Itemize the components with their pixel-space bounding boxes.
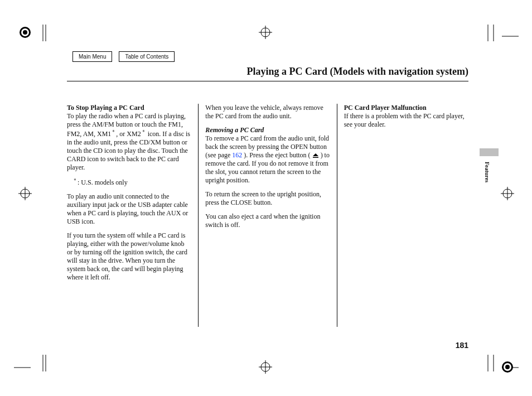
heading-malfunction: PC Card Player Malfunction — [344, 104, 427, 112]
section-heading: To Stop Playing a PC Card To play the ra… — [67, 104, 191, 172]
eject-icon — [312, 151, 319, 159]
svg-marker-31 — [313, 153, 318, 156]
table-of-contents-button[interactable]: Table of Contents — [119, 51, 175, 62]
body-text: , or XM2 — [116, 130, 141, 138]
body-text: To return the screen to the upright posi… — [205, 190, 330, 207]
page-reference-link[interactable]: 162 — [232, 151, 242, 159]
crop-mark-top-right — [485, 25, 502, 44]
registration-mark-icon — [259, 360, 272, 374]
section-malfunction: PC Card Player Malfunction If there is a… — [344, 104, 468, 129]
column-2: When you leave the vehicle, always remov… — [198, 104, 336, 327]
body-text: ). Press the eject button ( — [242, 151, 312, 159]
side-tab-label: Features — [484, 162, 490, 182]
section-removing: Removing a PC Card To remove a PC card f… — [205, 126, 330, 185]
asterisk-icon: ＊ — [72, 177, 78, 183]
heading-removing-card: Removing a PC Card — [205, 126, 264, 134]
crop-line-tr — [502, 31, 519, 41]
body-text: If there is a problem with the PC card p… — [344, 112, 465, 128]
registration-mark-icon — [18, 26, 32, 39]
nav-bar: Main Menu Table of Contents — [72, 51, 175, 62]
registration-mark-icon — [501, 360, 514, 374]
page-title: Playing a PC Card (Models with navigatio… — [67, 66, 468, 81]
column-3: PC Card Player Malfunction If there is a… — [337, 104, 468, 327]
side-tab-block — [480, 148, 499, 156]
asterisk-icon: ＊ — [141, 129, 146, 134]
crop-mark-bottom-right — [485, 355, 502, 374]
crop-line-bl — [14, 363, 31, 373]
body-text: You can also eject a card when the ignit… — [205, 213, 330, 229]
body-text: If you turn the system off while a PC ca… — [67, 231, 191, 282]
body-text: To play an audio unit connected to the a… — [67, 192, 191, 226]
footnote-us-models: ＊: U.S. models only — [72, 177, 191, 187]
body-text: When you leave the vehicle, always remov… — [205, 104, 330, 120]
page-number: 181 — [456, 341, 468, 350]
svg-point-15 — [23, 30, 27, 35]
registration-mark-icon — [18, 187, 32, 200]
crop-mark-bottom-left-2 — [40, 355, 51, 374]
asterisk-icon: ＊ — [111, 129, 116, 134]
footnote-text: : U.S. models only — [78, 178, 128, 186]
svg-rect-32 — [313, 157, 318, 158]
svg-point-30 — [505, 365, 510, 369]
main-menu-button[interactable]: Main Menu — [72, 51, 112, 62]
column-1: To Stop Playing a PC Card To play the ra… — [67, 104, 198, 327]
registration-mark-icon — [259, 26, 272, 39]
registration-mark-icon — [501, 187, 514, 200]
heading-stop-playing: To Stop Playing a PC Card — [67, 104, 144, 112]
content-columns: To Stop Playing a PC Card To play the ra… — [67, 104, 468, 327]
crop-mark-top-left-2 — [40, 25, 51, 44]
